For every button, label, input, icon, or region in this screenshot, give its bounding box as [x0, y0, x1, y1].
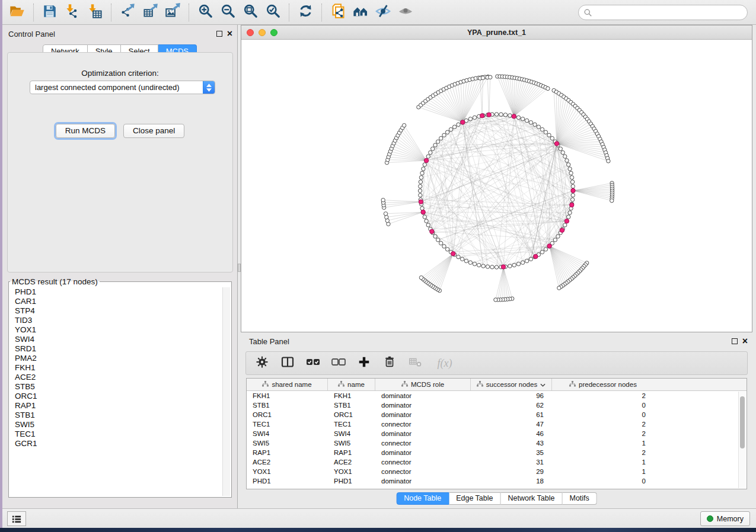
toggle-panel-button[interactable] — [280, 355, 295, 371]
table-row[interactable]: SWI5SWI5connector431 — [247, 438, 747, 448]
zoom-out-button[interactable] — [216, 2, 239, 23]
save-session-icon — [42, 4, 58, 21]
sort-tree-icon — [477, 381, 483, 388]
cell-mcds_role: dominator — [375, 449, 471, 456]
select-all-button[interactable] — [305, 355, 321, 371]
mcds-result-item[interactable]: GCR1 — [10, 439, 222, 448]
result-list-scrollbar[interactable] — [222, 287, 230, 496]
import-network-button[interactable] — [61, 2, 84, 23]
table-scrollbar[interactable] — [738, 392, 746, 488]
table-row[interactable]: SWI4SWI4dominator462 — [247, 429, 747, 438]
mcds-result-item[interactable]: CAR1 — [10, 297, 222, 306]
memory-button[interactable]: Memory — [700, 511, 750, 526]
export-network-button[interactable] — [116, 2, 139, 23]
open-file-icon — [9, 3, 25, 22]
add-column-icon — [358, 355, 371, 371]
run-mcds-button[interactable]: Run MCDS — [56, 124, 115, 138]
mcds-result-item[interactable]: PHD1 — [10, 287, 222, 297]
zoom-selected-button[interactable] — [261, 2, 284, 23]
cell-shared_name: YOX1 — [247, 468, 328, 475]
mcds-result-item[interactable]: STB5 — [10, 382, 222, 392]
table-row[interactable]: ACE2ACE2connector311 — [247, 457, 747, 467]
hide-graphics-details-button[interactable] — [372, 2, 394, 23]
table-row[interactable]: ORC1ORC1dominator610 — [247, 410, 747, 419]
mcds-result-item[interactable]: ORC1 — [10, 392, 222, 401]
mcds-result-item[interactable]: TID3 — [10, 316, 222, 325]
frames-list-icon — [11, 514, 22, 524]
mcds-result-item[interactable]: RAP1 — [10, 401, 222, 411]
column-settings-gear-button[interactable] — [254, 355, 270, 371]
mcds-result-item[interactable]: YOX1 — [10, 325, 222, 335]
save-session-button[interactable] — [39, 2, 61, 23]
close-panel-button[interactable]: Close panel — [123, 124, 184, 138]
open-file-button[interactable] — [6, 2, 28, 23]
mcds-result-list: PHD1CAR1STP4TID3YOX1SWI4SRD1PMA2FKH1ACE2… — [10, 287, 222, 496]
status-bar: Memory — [2, 508, 756, 528]
table-row[interactable]: YOX1YOX1connector291 — [247, 467, 747, 476]
mcds-result-item[interactable]: FKH1 — [10, 363, 222, 373]
mcds-result-title: MCDS result (17 nodes) — [10, 277, 100, 286]
import-table-button[interactable] — [84, 2, 106, 23]
network-canvas[interactable] — [241, 40, 752, 332]
mcds-result-item[interactable]: SRD1 — [10, 344, 222, 354]
tab-motifs[interactable]: Motifs — [562, 492, 596, 505]
cell-predecessor_nodes: 0 — [552, 477, 654, 485]
search-input[interactable] — [596, 8, 742, 17]
cytoscape-app-window: Control Panel × NetworkStyleSelectMCDS O… — [0, 0, 756, 532]
cell-name: SWI5 — [328, 440, 375, 447]
network-window-titlebar[interactable]: YPA_prune.txt_1 — [241, 25, 752, 40]
clone-network-button[interactable] — [327, 2, 349, 23]
table-row[interactable]: TEC1TEC1connector472 — [247, 419, 747, 429]
cell-successor_nodes: 61 — [471, 411, 552, 418]
mcds-result-item[interactable]: ACE2 — [10, 373, 222, 382]
close-panel-icon[interactable]: × — [227, 31, 232, 37]
zoom-fit-button[interactable] — [239, 2, 261, 23]
control-panel: Control Panel × NetworkStyleSelectMCDS O… — [2, 25, 238, 508]
zoom-in-button[interactable] — [194, 2, 216, 23]
tab-network-table[interactable]: Network Table — [501, 492, 563, 505]
column-header-shared-name[interactable]: shared name — [247, 379, 328, 390]
nested-networks-button[interactable] — [349, 2, 372, 23]
export-table-button[interactable] — [139, 2, 161, 23]
column-header-MCDS-role[interactable]: MCDS role — [375, 379, 471, 390]
mcds-result-item[interactable]: STB1 — [10, 411, 222, 420]
table-row[interactable]: RAP1RAP1dominator352 — [247, 448, 747, 457]
cell-shared_name: PHD1 — [247, 477, 328, 485]
add-column-button[interactable] — [356, 355, 372, 371]
export-image-button[interactable] — [161, 2, 184, 23]
mcds-result-item[interactable]: SWI5 — [10, 420, 222, 430]
table-scrollbar-thumb[interactable] — [740, 396, 745, 448]
delete-column-button[interactable] — [382, 355, 397, 371]
sort-tree-icon — [401, 381, 408, 388]
toolbar-separator — [289, 4, 289, 21]
tab-edge-table[interactable]: Edge Table — [449, 492, 500, 505]
delete-table-icon — [408, 355, 422, 371]
float-table-panel-icon[interactable] — [732, 338, 738, 344]
mcds-result-item[interactable]: SWI4 — [10, 335, 222, 344]
cell-name: PHD1 — [328, 477, 375, 485]
unselect-all-button[interactable] — [331, 355, 346, 371]
mcds-result-item[interactable]: PMA2 — [10, 354, 222, 363]
close-table-panel-icon[interactable]: × — [742, 338, 748, 344]
table-row[interactable]: PHD1PHD1dominator180 — [247, 476, 747, 486]
cell-mcds_role: dominator — [375, 477, 471, 485]
cell-predecessor_nodes: 2 — [552, 392, 654, 399]
cell-predecessor_nodes: 2 — [552, 430, 654, 437]
column-header-name[interactable]: name — [328, 379, 375, 390]
table-row[interactable]: FKH1FKH1dominator962 — [247, 391, 747, 400]
column-header-successor-nodes[interactable]: successor nodes — [471, 379, 552, 390]
optimization-criterion-select[interactable]: largest connected component (undirected) — [30, 81, 215, 94]
show-frames-button[interactable] — [7, 511, 26, 526]
float-panel-icon[interactable] — [216, 31, 222, 37]
optimization-criterion-value: largest connected component (undirected) — [30, 83, 203, 92]
column-header-predecessor-nodes[interactable]: predecessor nodes — [552, 379, 654, 390]
node-table-body: FKH1FKH1dominator962STB1STB1dominator620… — [247, 391, 747, 486]
table-row[interactable]: STB1STB1dominator620 — [247, 400, 747, 410]
refresh-button[interactable] — [294, 2, 317, 23]
mcds-result-item[interactable]: STP4 — [10, 306, 222, 316]
mcds-result-item[interactable]: TEC1 — [10, 430, 222, 439]
tab-node-table[interactable]: Node Table — [396, 492, 449, 505]
show-graphics-details-button[interactable] — [394, 2, 417, 23]
mcds-tab-content: Optimization criterion: largest connecte… — [7, 52, 233, 273]
search-field[interactable] — [578, 5, 748, 20]
